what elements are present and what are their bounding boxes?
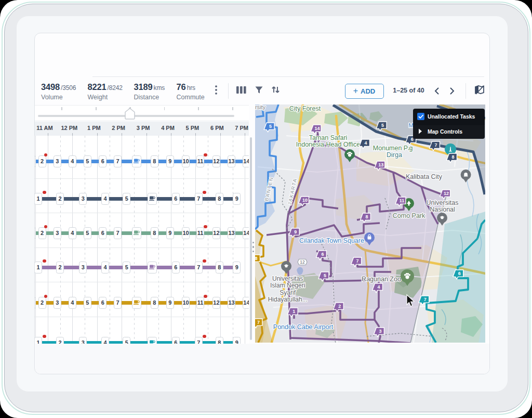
svg-text:M: M — [408, 122, 413, 128]
svg-text:5: 5 — [269, 124, 272, 129]
svg-text:10: 10 — [302, 198, 308, 203]
svg-text:Como Park: Como Park — [393, 212, 425, 219]
svg-text:Unallocated Tasks: Unallocated Tasks — [428, 113, 475, 120]
svg-text:11: 11 — [400, 198, 405, 203]
svg-text:rsity: rsity — [255, 104, 266, 110]
svg-text:Universitas: Universitas — [272, 275, 303, 282]
svg-text:Ragunan Zoo: Ragunan Zoo — [362, 276, 401, 283]
svg-text:4: 4 — [377, 284, 380, 290]
svg-text:9: 9 — [294, 229, 297, 234]
svg-text:Map Controls: Map Controls — [428, 128, 462, 135]
svg-text:Universitas: Universitas — [427, 199, 459, 206]
svg-text:3: 3 — [379, 329, 381, 334]
svg-text:6: 6 — [411, 137, 414, 142]
svg-text:14: 14 — [314, 126, 320, 131]
svg-text:13: 13 — [378, 162, 383, 167]
svg-text:Monumen Pa: Monumen Pa — [373, 145, 411, 152]
svg-text:7: 7 — [424, 297, 427, 302]
svg-text:1: 1 — [292, 309, 295, 314]
svg-text:City Forest: City Forest — [289, 105, 321, 112]
svg-text:Pondok Cabe Airport: Pondok Cabe Airport — [273, 323, 334, 331]
svg-text:Kalibata City: Kalibata City — [406, 173, 443, 180]
svg-text:Indonesia Head Office: Indonesia Head Office — [296, 141, 361, 148]
svg-text:7: 7 — [434, 142, 437, 148]
svg-text:12: 12 — [300, 259, 305, 265]
svg-text:6: 6 — [321, 252, 324, 257]
svg-text:6: 6 — [458, 271, 461, 276]
svg-text:Dirga: Dirga — [387, 151, 402, 159]
svg-text:8: 8 — [365, 214, 368, 219]
svg-text:Hidayatullah...: Hidayatullah... — [268, 296, 308, 303]
svg-text:8: 8 — [255, 256, 258, 261]
svg-text:Taman Safari: Taman Safari — [309, 134, 348, 141]
svg-text:7: 7 — [356, 258, 359, 264]
svg-text:g: g — [409, 145, 413, 152]
svg-text:5: 5 — [324, 273, 326, 278]
svg-text:Islam Negeri: Islam Negeri — [270, 282, 305, 289]
svg-text:12: 12 — [444, 191, 449, 196]
svg-text:Cilandak Town Square: Cilandak Town Square — [299, 237, 364, 244]
svg-text:8: 8 — [451, 154, 454, 160]
svg-text:5: 5 — [381, 123, 384, 128]
svg-text:2: 2 — [338, 304, 341, 309]
svg-text:Nasional: Nasional — [430, 206, 455, 213]
svg-text:4: 4 — [364, 140, 367, 146]
svg-text:7: 7 — [257, 320, 260, 325]
